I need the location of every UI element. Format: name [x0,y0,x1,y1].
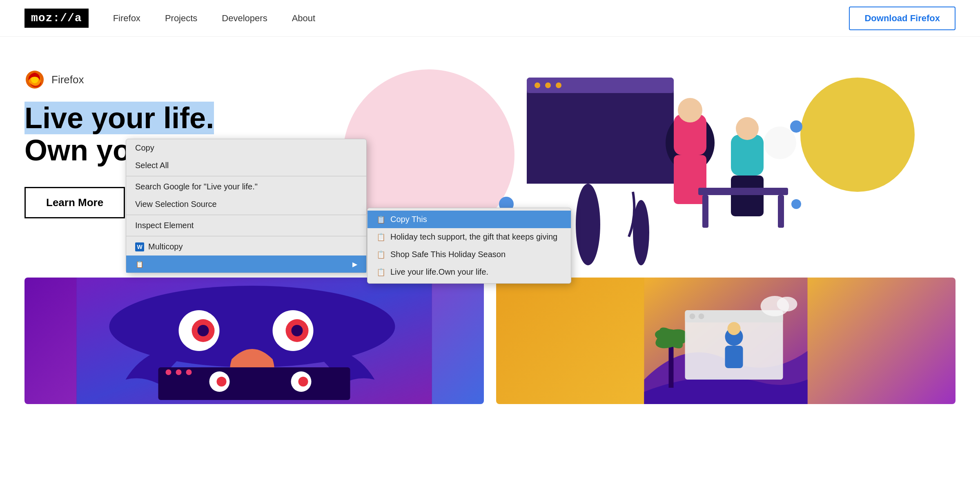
ctx-multicopy[interactable]: 📋 ▶ [126,255,366,273]
svg-point-22 [764,127,796,159]
svg-rect-8 [527,93,674,184]
svg-point-14 [736,117,759,140]
svg-point-35 [166,369,172,375]
svg-point-36 [176,369,182,375]
live-copy-icon: 📋 [376,268,385,277]
nav-about[interactable]: About [292,13,316,24]
submenu-copy-this[interactable]: 📋 Copy This [368,211,571,228]
card-right [496,278,956,404]
navbar: moz://a Firefox Projects Developers Abou… [0,0,980,37]
firefox-logo-icon [24,69,45,90]
hero-section: Firefox Live your life. Own yo Learn Mor… [0,37,980,265]
mozilla-logo[interactable]: moz://a [24,9,89,28]
headline-line1: Live your life. [24,102,214,134]
shop-copy-icon: 📋 [376,250,385,259]
ctx-select-all[interactable]: Select All [126,157,366,174]
svg-point-41 [298,377,308,387]
card-left-illustration [24,278,484,404]
svg-rect-13 [731,135,764,176]
bottom-cards [0,278,980,404]
svg-point-37 [186,369,192,375]
svg-point-17 [576,184,600,265]
ctx-view-source-label: View Selection Source [135,200,217,209]
svg-point-5 [535,82,540,88]
svg-rect-53 [725,346,743,368]
submenu-arrow-icon: ▶ [352,260,357,268]
context-submenu: 📋 Copy This 📋 Holiday tech support, the … [367,208,571,284]
svg-rect-19 [698,188,788,195]
ctx-sep-1 [126,176,366,176]
ctx-inspect-label: Inspect Element [135,221,194,230]
submenu-holiday-label: Holiday tech support, the gift that keep… [390,232,557,242]
holiday-copy-icon: 📋 [376,233,385,242]
ctx-view-source[interactable]: View Selection Source [126,196,366,213]
nav-projects[interactable]: Projects [165,13,197,24]
download-firefox-button[interactable]: Download Firefox [849,7,956,30]
word-count-icon: W [135,242,144,251]
ctx-word-count-label: Multicopy [148,242,183,251]
multicopy-icon: 📋 [135,260,144,269]
submenu-copy-this-label: Copy This [390,215,427,224]
svg-point-51 [699,313,704,319]
svg-point-54 [728,322,741,335]
svg-rect-20 [702,195,708,228]
svg-point-30 [198,325,209,336]
firefox-brand-label: Firefox [51,73,84,86]
nav-developers[interactable]: Developers [222,13,267,24]
svg-rect-21 [778,195,784,228]
ctx-sep-3 [126,236,366,236]
ctx-copy[interactable]: Copy [126,139,366,157]
submenu-shop-safe[interactable]: 📋 Shop Safe This Holiday Season [368,246,571,263]
svg-rect-15 [731,176,764,216]
submenu-holiday-tech[interactable]: 📋 Holiday tech support, the gift that ke… [368,228,571,246]
svg-point-23 [791,199,801,209]
svg-point-50 [690,313,695,319]
card-left [24,278,484,404]
card-right-svg [496,278,956,404]
copy-this-icon: 📋 [376,215,385,224]
svg-rect-12 [674,155,706,204]
submenu-live-label: Live your life.Own your life. [390,267,488,277]
ctx-inspect[interactable]: Inspect Element [126,217,366,234]
ctx-sep-2 [126,215,366,215]
headline-line2: Own yo [24,134,131,167]
nav-links: Firefox Projects Developers About [113,13,849,24]
ctx-search-google[interactable]: Search Google for "Live your life." [126,178,366,196]
svg-point-39 [217,377,227,387]
svg-point-56 [777,297,797,311]
ctx-word-count[interactable]: W Multicopy [126,238,366,255]
nav-firefox[interactable]: Firefox [113,13,140,24]
context-menu: Copy Select All Search Google for "Live … [126,139,367,273]
learn-more-button[interactable]: Learn More [24,187,125,218]
submenu-shop-label: Shop Safe This Holiday Season [390,250,506,259]
firefox-brand: Firefox [24,69,270,90]
ctx-copy-label: Copy [135,143,154,153]
ctx-search-label: Search Google for "Live your life." [135,182,258,191]
submenu-live-your-life[interactable]: 📋 Live your life.Own your life. [368,263,571,281]
svg-point-33 [292,325,303,336]
ctx-select-all-label: Select All [135,161,169,170]
svg-point-7 [556,82,561,88]
svg-point-11 [678,98,702,122]
svg-point-24 [790,120,802,133]
svg-point-6 [545,82,551,88]
